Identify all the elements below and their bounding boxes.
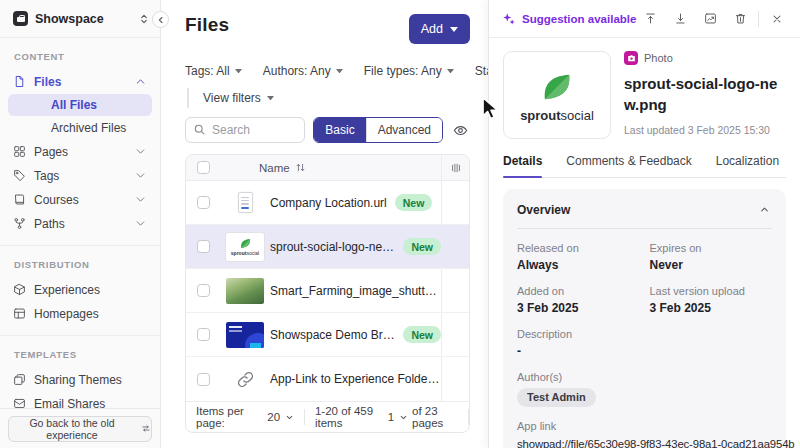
farm-photo-thumbnail (220, 278, 270, 304)
row-checkbox[interactable] (197, 196, 210, 209)
chevron-down-icon (450, 27, 458, 32)
app-link-value: showpad://file/65c30e98-9f83-43ec-98a1-0… (517, 438, 795, 448)
file-name: Showspace Demo Brand Guide.pdf (270, 328, 395, 342)
row-checkbox[interactable] (197, 373, 210, 386)
column-settings-icon[interactable] (450, 162, 462, 174)
table-row[interactable]: Company Location.url New (186, 181, 469, 225)
book-icon (13, 193, 26, 206)
preview-eye-button[interactable] (451, 121, 470, 140)
pager-divider (304, 409, 305, 425)
table-row[interactable]: App-Link to Experience Folder.url (186, 357, 469, 401)
authors-field: Author(s) Test Admin (517, 371, 772, 407)
row-checkbox[interactable] (197, 284, 210, 297)
panel-action-button[interactable] (637, 7, 663, 31)
section-label-distribution: DISTRIBUTION (0, 246, 160, 277)
layers-icon (13, 373, 26, 386)
collapse-overview-button[interactable] (757, 202, 772, 217)
advanced-mode-button[interactable]: Advanced (366, 118, 442, 142)
page-title: Files (185, 14, 229, 36)
row-extra-cell (441, 269, 469, 312)
section-label-templates: TEMPLATES (0, 336, 160, 367)
sidebar-item[interactable]: Experiences (8, 278, 152, 301)
file-summary: sproutsocial Photo sprout-social-logo-ne… (503, 51, 786, 139)
tag-icon (13, 169, 26, 182)
filter-dropdown[interactable]: Authors: Any (263, 64, 343, 78)
close-icon (771, 13, 783, 25)
close-panel-button[interactable] (764, 7, 790, 31)
caret-down-icon (267, 96, 274, 101)
page-select[interactable]: 1 (388, 411, 408, 423)
pager-divider (468, 409, 469, 425)
sidebar-distribution-section: DISTRIBUTION Experiences Homepages (0, 246, 160, 325)
filter-dropdown[interactable]: Tags: All (185, 64, 242, 78)
sidebar-item[interactable]: All Files (8, 94, 152, 116)
overview-field: Expires on Never (650, 242, 773, 272)
panel-actions (637, 7, 753, 31)
sidebar-item[interactable]: Sharing Themes (8, 368, 152, 391)
panel-tab[interactable]: Details (503, 154, 542, 177)
new-badge: New (403, 238, 441, 255)
trash-icon (734, 12, 747, 25)
row-checkbox[interactable] (197, 240, 210, 253)
header-divider (758, 11, 759, 27)
filter-dropdown[interactable]: File types: Any (364, 64, 454, 78)
file-name: sprout-social-logo-new.png (270, 240, 395, 254)
description-field: Description - (517, 328, 772, 358)
select-all-checkbox[interactable] (197, 161, 210, 174)
new-badge: New (403, 326, 441, 343)
download-icon (674, 12, 687, 25)
add-button[interactable]: Add (409, 14, 470, 44)
panel-tab[interactable]: Comments & Feedback (566, 154, 691, 177)
chevron-down-icon (134, 145, 147, 158)
sprout-leaf-logo-icon (539, 69, 575, 105)
app-link-field: App link showpad://file/65c30e98-9f83-43… (517, 420, 772, 448)
search-box (185, 117, 305, 143)
new-badge: New (395, 194, 433, 211)
workspace-name: Showspace (35, 12, 131, 26)
sidebar-item[interactable]: Files (8, 70, 152, 93)
panel-action-button[interactable] (727, 7, 753, 31)
back-to-old-experience-button[interactable]: Go back to the old experience (8, 416, 152, 442)
filters-row: Tags: All Authors: Any File types: Any S… (185, 62, 470, 80)
panel-action-button[interactable] (697, 7, 723, 31)
sidebar-item[interactable]: Paths (8, 212, 152, 235)
workspace-switch-icon[interactable] (138, 13, 150, 25)
file-title: sprout-social-logo-new.png (624, 73, 784, 115)
files-table: Name Company Location.url New (185, 154, 470, 433)
sidebar-item[interactable]: Archived Files (8, 117, 152, 139)
items-range: 1-20 of 459 items (315, 405, 388, 429)
panel-tab[interactable]: Localization (716, 154, 779, 177)
sprout-logo-wordmark: sproutsocial (520, 109, 594, 122)
sparkles-icon (502, 12, 516, 26)
sort-icon[interactable] (295, 162, 306, 173)
upload-icon (644, 12, 657, 25)
panel-action-button[interactable] (667, 7, 693, 31)
row-checkbox[interactable] (197, 328, 210, 341)
suggestion-available-button[interactable]: Suggestion available (502, 12, 637, 26)
last-updated: Last updated 3 Feb 2025 15:30 (624, 124, 784, 136)
table-row[interactable]: Smart_Farming_image_shutterstock_s.jpeg (186, 269, 469, 313)
items-per-page-label: Items per page: (196, 405, 261, 429)
table-row[interactable]: sproutsocial sprout-social-logo-new.png … (186, 225, 469, 269)
sidebar-item[interactable]: Pages (8, 140, 152, 163)
panel-tabs: Details Comments & Feedback Localization (503, 154, 786, 178)
filter-label: Tags: All (185, 64, 230, 78)
photo-type-icon (624, 51, 638, 65)
sidebar-item[interactable]: Courses (8, 188, 152, 211)
caret-down-icon (447, 69, 454, 74)
file-preview-thumbnail[interactable]: sproutsocial (503, 51, 611, 139)
workspace-switcher[interactable]: Showspace (0, 0, 160, 38)
caret-down-icon (336, 69, 343, 74)
chevron-down-icon (134, 169, 147, 182)
collapse-sidebar-button[interactable] (152, 11, 169, 28)
items-per-page-select[interactable]: 20 (267, 411, 294, 423)
caret-down-icon (235, 69, 242, 74)
filter-label: File types: Any (364, 64, 442, 78)
basic-mode-button[interactable]: Basic (314, 118, 365, 142)
brand-guide-thumbnail (220, 322, 270, 348)
table-row[interactable]: Showspace Demo Brand Guide.pdf New (186, 313, 469, 357)
view-filters-button[interactable]: View filters (203, 91, 274, 105)
row-extra-cell (441, 225, 469, 268)
sidebar-item[interactable]: Tags (8, 164, 152, 187)
sidebar-item[interactable]: Homepages (8, 302, 152, 325)
